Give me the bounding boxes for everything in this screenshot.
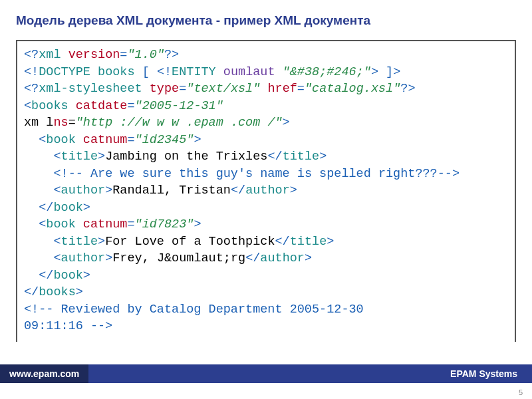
tail-comment-2: 09:11:16 -->: [24, 319, 112, 333]
b2ac-lt: </: [245, 251, 260, 265]
ent-open: <!: [157, 65, 172, 79]
ss-close: ?>: [400, 82, 415, 96]
b1a-lt: <: [53, 184, 61, 198]
b1tc-gt: >: [319, 150, 327, 164]
b1c-lt: </: [39, 201, 53, 215]
eq: =: [179, 82, 186, 96]
b2-lt: <: [39, 217, 46, 231]
booksc-gt: >: [76, 285, 83, 299]
b2a-tag: author: [61, 251, 106, 265]
books-gt: >: [283, 116, 290, 130]
b2-author-t2: rg: [231, 251, 245, 265]
b2-val: "id7823": [135, 217, 194, 231]
eq: =: [68, 116, 76, 130]
b1c-gt: >: [83, 201, 90, 215]
doctype-rb: ]>: [378, 65, 400, 79]
ent-name: oumlaut: [223, 65, 275, 79]
books-v1: "2005-12-31": [135, 99, 223, 113]
doctype-kw: DOCTYPE: [39, 65, 90, 79]
b2tc-lt: </: [275, 235, 290, 249]
b1ac-lt: </: [231, 184, 245, 198]
ss-v1: "text/xsl": [186, 82, 260, 96]
ss-open: <?: [24, 82, 39, 96]
b1-lt: <: [39, 133, 46, 147]
b1-gt: >: [194, 133, 201, 147]
doctype-lb: [: [135, 65, 157, 79]
b1tc-tag: title: [283, 150, 320, 164]
b1-attr: catnum: [83, 133, 128, 147]
ent-kw: ENTITY: [172, 65, 216, 79]
b1-val: "id2345": [135, 133, 194, 147]
b2-title-text: For Love of a Toothpick: [105, 235, 275, 249]
footer-url: www.epam.com: [0, 364, 88, 383]
doctype-open: <!: [24, 65, 39, 79]
b2-gt: >: [194, 217, 201, 231]
b1-tag: book: [46, 133, 75, 147]
b2t-gt: >: [98, 235, 105, 249]
b2ac-gt: >: [305, 251, 312, 265]
xml-decl-name: xml: [39, 48, 61, 62]
b2-author-t1: Frey, J: [112, 251, 164, 265]
tail-comment-1: <!-- Reviewed by Catalog Department 2005…: [24, 303, 364, 317]
b1-author-text: Randall, Tristan: [112, 184, 231, 198]
b1t-lt: <: [53, 150, 61, 164]
booksc-lt: </: [24, 285, 39, 299]
xmlns-pre: xm l: [24, 116, 53, 130]
b2t-lt: <: [53, 235, 61, 249]
eq: =: [120, 48, 127, 62]
b1t-tag: title: [61, 150, 98, 164]
b1-comment: <!-- Are we sure this guy's name is spel…: [53, 167, 460, 181]
b2tc-tag: title: [290, 235, 327, 249]
ss-a1: type: [150, 82, 179, 96]
b1t-gt: >: [98, 150, 105, 164]
b2tc-gt: >: [327, 235, 334, 249]
b1a-gt: >: [105, 184, 112, 198]
xml-decl-open: <?: [24, 48, 39, 62]
xml-code-block: <?xml version="1.0"?> <!DOCTYPE books [ …: [16, 40, 516, 342]
footer-brand: EPAM Systems: [436, 368, 532, 379]
ss-a2: href: [267, 82, 297, 96]
eq: =: [127, 99, 134, 113]
books-tag: books: [31, 99, 68, 113]
xml-decl-val: "1.0": [127, 48, 164, 62]
b2a-lt: <: [53, 251, 61, 265]
b1a-tag: author: [61, 184, 106, 198]
b2-attr: catnum: [83, 217, 128, 231]
eq: =: [127, 133, 134, 147]
b1tc-lt: </: [267, 150, 282, 164]
b2t-tag: title: [61, 235, 98, 249]
xmlns-val: "http ://w w w .epam .com /": [76, 116, 283, 130]
b1ac-tag: author: [245, 184, 290, 198]
b1c-tag: book: [53, 201, 82, 215]
eq: =: [127, 217, 134, 231]
doctype-root: books: [98, 65, 135, 79]
page-number: 5: [519, 388, 523, 396]
xmlns-post: ns: [53, 116, 68, 130]
footer-bar: www.epam.com EPAM Systems: [0, 364, 532, 383]
b2c-lt: </: [39, 269, 53, 283]
ss-name: xml-stylesheet: [39, 82, 142, 96]
books-a1: catdate: [76, 99, 128, 113]
eq: =: [297, 82, 305, 96]
xml-decl-close: ?>: [164, 48, 179, 62]
ent-close: >: [371, 65, 378, 79]
b2ac-tag: author: [260, 251, 305, 265]
b2c-gt: >: [83, 269, 90, 283]
ss-v2: "catalog.xsl": [305, 82, 400, 96]
b2-author-ent: &oumlaut;: [164, 251, 231, 265]
b2a-gt: >: [105, 251, 112, 265]
b2c-tag: book: [53, 269, 82, 283]
books-lt: <: [24, 99, 31, 113]
ent-val: "&#38;#246;": [283, 65, 371, 79]
b2-tag: book: [46, 217, 75, 231]
b1-title-text: Jambing on the Trixles: [105, 150, 267, 164]
slide-title: Модель дерева XML документа - пример XML…: [16, 13, 516, 28]
xml-decl-attr: version: [68, 48, 120, 62]
booksc-tag: books: [39, 285, 76, 299]
b1ac-gt: >: [290, 184, 297, 198]
